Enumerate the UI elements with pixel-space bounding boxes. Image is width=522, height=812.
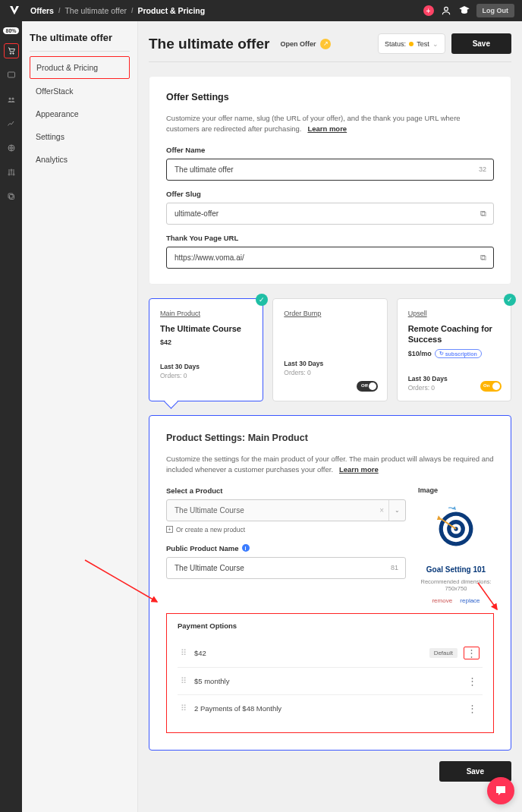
- open-offer-link[interactable]: Open Offer: [280, 40, 316, 48]
- check-icon: ✓: [256, 294, 268, 306]
- image-meta: Recommended dimensions: 750x750: [418, 578, 494, 593]
- rail-globe-icon[interactable]: [4, 140, 19, 156]
- breadcrumb-root[interactable]: Offers: [30, 6, 54, 15]
- save-button[interactable]: Save: [451, 33, 511, 54]
- open-offer-icon[interactable]: ↗: [320, 39, 331, 49]
- sidebar-item-offerstack[interactable]: OfferStack: [30, 80, 130, 102]
- product-settings-card: Product Settings: Main Product Customize…: [149, 415, 511, 751]
- svg-point-8: [11, 169, 12, 171]
- sidebar-item-product-pricing[interactable]: Product & Pricing: [30, 56, 130, 79]
- chevron-down-icon: ⌄: [432, 40, 439, 48]
- tab-category: Main Product: [160, 310, 252, 317]
- svg-point-0: [444, 7, 448, 11]
- payment-label: $42: [194, 649, 429, 657]
- nav-rail: 80%: [0, 21, 22, 812]
- breadcrumb-current: Product & Pricing: [137, 6, 205, 15]
- product-tabs: ✓ Main Product The Ultimate Course $42 L…: [149, 298, 511, 402]
- rail-sliders-icon[interactable]: [4, 165, 19, 180]
- payment-label: $5 monthly: [194, 677, 465, 685]
- plus-icon: +: [166, 526, 173, 533]
- char-count: 32: [479, 165, 486, 173]
- image-caption: Goal Setting 101: [418, 565, 494, 574]
- sidebar-title: The ultimate offer: [30, 32, 130, 52]
- rail-badge: 80%: [3, 27, 18, 34]
- select-product-label: Select a Product: [166, 486, 406, 495]
- drag-handle-icon[interactable]: ⠿: [181, 676, 187, 686]
- create-product-link[interactable]: + Or create a new product: [166, 526, 406, 533]
- rail-group-icon[interactable]: [4, 92, 19, 107]
- breadcrumb-sep: /: [58, 7, 61, 14]
- copy-icon[interactable]: ⧉: [480, 253, 486, 263]
- rail-chart-icon[interactable]: [4, 116, 19, 131]
- breadcrumb-parent[interactable]: The ultimate offer: [64, 6, 127, 15]
- svg-point-9: [13, 174, 14, 175]
- tab-main-product[interactable]: ✓ Main Product The Ultimate Course $42 L…: [149, 298, 263, 402]
- sidebar-item-analytics[interactable]: Analytics: [30, 149, 130, 170]
- offer-settings-card: Offer Settings Customize your offer name…: [149, 76, 511, 285]
- learn-more-link[interactable]: Learn more: [339, 465, 379, 474]
- remove-link[interactable]: remove: [432, 597, 452, 604]
- payment-row: ⠿ $42 Default ⋮: [178, 639, 483, 668]
- copy-icon[interactable]: ⧉: [480, 209, 486, 219]
- kebab-menu-icon[interactable]: ⋮: [464, 647, 480, 659]
- svg-point-1: [10, 53, 11, 55]
- kebab-menu-icon[interactable]: ⋮: [465, 703, 480, 714]
- tab-title: The Ultimate Course: [160, 323, 252, 334]
- app-logo-icon[interactable]: [8, 4, 21, 17]
- subscription-badge: ↻ subscription: [435, 349, 482, 358]
- add-button[interactable]: +: [423, 5, 434, 16]
- svg-rect-3: [8, 72, 14, 77]
- tab-order-bump[interactable]: Order Bump Last 30 Days Orders: 0 Off: [272, 298, 387, 402]
- sidebar-item-settings[interactable]: Settings: [30, 126, 130, 147]
- stats-label: Last 30 Days: [284, 360, 376, 367]
- drag-handle-icon[interactable]: ⠿: [181, 703, 187, 713]
- rail-cart-icon[interactable]: [4, 43, 19, 58]
- status-value: Test: [417, 40, 429, 48]
- sidebar-item-appearance[interactable]: Appearance: [30, 103, 130, 124]
- thank-you-label: Thank You Page URL: [166, 234, 494, 242]
- chat-fab-icon[interactable]: [487, 777, 514, 804]
- replace-link[interactable]: replace: [460, 597, 480, 604]
- status-dot-icon: [409, 42, 414, 46]
- check-icon: ✓: [504, 294, 516, 306]
- svg-point-5: [11, 98, 14, 100]
- education-icon[interactable]: [458, 5, 470, 17]
- payment-options-box: Payment Options ⠿ $42 Default ⋮ ⠿ $5 mon…: [166, 613, 494, 733]
- svg-point-4: [8, 98, 11, 100]
- thank-you-input[interactable]: [166, 247, 494, 269]
- offer-settings-heading: Offer Settings: [166, 92, 494, 102]
- image-label: Image: [418, 486, 494, 494]
- info-icon[interactable]: i: [242, 544, 250, 552]
- tab-upsell[interactable]: ✓ Upsell Remote Coaching for Success $10…: [397, 298, 511, 402]
- learn-more-link[interactable]: Learn more: [307, 124, 347, 133]
- status-selector[interactable]: Status: Test ⌄: [378, 33, 445, 54]
- stats-orders: Orders: 0: [284, 369, 376, 376]
- payment-label: 2 Payments of $48 Monthly: [194, 704, 465, 713]
- svg-rect-11: [8, 194, 13, 198]
- offer-slug-input[interactable]: [166, 203, 494, 225]
- drag-handle-icon[interactable]: ⠿: [181, 648, 187, 658]
- bump-toggle[interactable]: Off: [357, 381, 378, 392]
- breadcrumb: Offers / The ultimate offer / Product & …: [30, 6, 205, 15]
- payment-row: ⠿ 2 Payments of $48 Monthly ⋮: [178, 695, 483, 722]
- product-select[interactable]: The Ultimate Course × ⌄: [166, 499, 406, 521]
- upsell-toggle[interactable]: On: [480, 381, 502, 392]
- stats-label: Last 30 Days: [160, 363, 252, 370]
- rail-dashboard-icon[interactable]: [4, 68, 19, 83]
- tab-title: Remote Coaching for Success: [408, 323, 500, 345]
- rail-copy-icon[interactable]: [4, 189, 19, 204]
- tab-category: Upsell: [408, 310, 500, 317]
- char-count: 81: [391, 564, 398, 571]
- offer-name-input[interactable]: [166, 159, 494, 181]
- kebab-menu-icon[interactable]: ⋮: [465, 675, 480, 687]
- svg-point-2: [12, 53, 14, 55]
- logout-button[interactable]: Log Out: [476, 4, 515, 17]
- top-bar: Offers / The ultimate offer / Product & …: [0, 0, 522, 21]
- tab-price: $42: [160, 338, 252, 346]
- payment-row: ⠿ $5 monthly ⋮: [178, 668, 483, 695]
- user-icon[interactable]: [440, 5, 452, 17]
- stats-orders: Orders: 0: [160, 372, 252, 379]
- clear-icon[interactable]: ×: [379, 506, 384, 515]
- public-name-input[interactable]: [166, 557, 406, 579]
- svg-rect-10: [9, 195, 14, 200]
